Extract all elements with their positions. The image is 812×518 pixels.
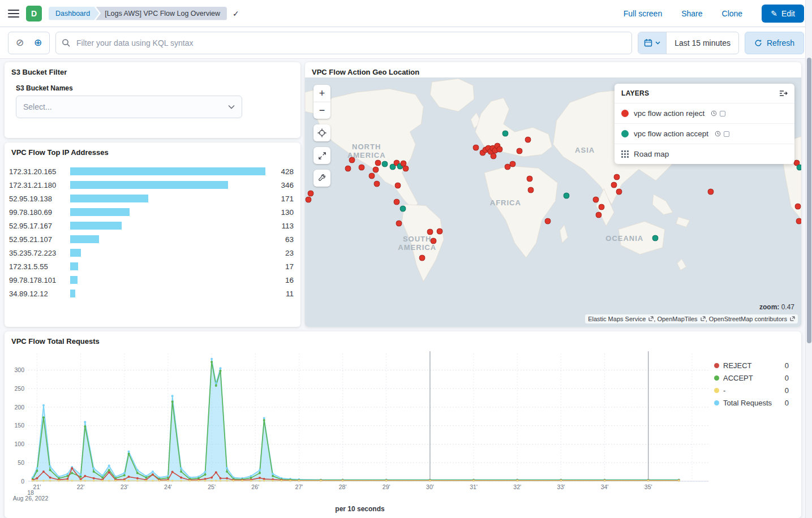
ip-bar-row[interactable]: 35.235.72.22323 bbox=[9, 246, 294, 260]
geo-point-reject[interactable] bbox=[403, 165, 409, 171]
geo-point-reject[interactable] bbox=[431, 238, 437, 244]
geo-point-reject[interactable] bbox=[796, 218, 801, 225]
expand-map-button[interactable] bbox=[313, 147, 330, 164]
refresh-icon bbox=[754, 39, 762, 47]
geo-point-reject[interactable] bbox=[598, 204, 604, 210]
share-link[interactable]: Share bbox=[681, 9, 702, 18]
legend-item[interactable]: -0 bbox=[714, 384, 789, 396]
geo-point-reject[interactable] bbox=[307, 190, 313, 196]
zoom-out-button[interactable]: − bbox=[313, 102, 330, 119]
collapse-layers-icon[interactable] bbox=[779, 90, 788, 97]
geo-point-reject[interactable] bbox=[527, 175, 533, 182]
ip-bar-row[interactable]: 52.95.19.138171 bbox=[9, 192, 294, 205]
layer-checkbox[interactable] bbox=[724, 131, 729, 137]
breadcrumb-dashboard[interactable]: Dashboard bbox=[49, 7, 99, 20]
geo-point-reject[interactable] bbox=[794, 204, 801, 210]
total-requests-chart[interactable]: 05010015020025030021'22'23'24'25'26'27'2… bbox=[9, 349, 711, 502]
geo-point-reject[interactable] bbox=[616, 188, 622, 195]
geo-point-reject[interactable] bbox=[528, 187, 534, 193]
layer-row[interactable]: vpc flow action reject bbox=[615, 103, 794, 124]
kql-search-box[interactable] bbox=[55, 32, 632, 54]
full-screen-link[interactable]: Full screen bbox=[624, 9, 662, 18]
clone-link[interactable]: Clone bbox=[722, 9, 743, 18]
ip-bar-row[interactable]: 99.78.178.10116 bbox=[9, 273, 294, 287]
geo-point-reject[interactable] bbox=[592, 196, 599, 202]
add-filter-icon[interactable]: ⊕ bbox=[29, 34, 47, 52]
geo-point-reject[interactable] bbox=[509, 161, 515, 167]
menu-hamburger-icon[interactable] bbox=[8, 10, 19, 18]
geo-point-reject[interactable] bbox=[369, 173, 375, 179]
geo-point-accept[interactable] bbox=[564, 192, 570, 198]
ip-bar[interactable] bbox=[70, 208, 130, 216]
ip-bar[interactable] bbox=[70, 195, 148, 202]
scrollbar-thumb[interactable] bbox=[807, 58, 811, 343]
geo-point-reject[interactable] bbox=[358, 165, 364, 171]
world-map[interactable]: NORTH AMERICASOUTH AMERICAAFRICAASIAOCEA… bbox=[305, 77, 801, 327]
ip-bar[interactable] bbox=[70, 181, 228, 189]
s3-bucket-select[interactable]: Select... bbox=[16, 96, 242, 118]
ip-bar-row[interactable]: 52.95.21.10763 bbox=[9, 232, 294, 246]
geo-point-reject[interactable] bbox=[613, 174, 620, 180]
map-tools-button[interactable] bbox=[313, 170, 330, 187]
kql-search-input[interactable] bbox=[75, 38, 626, 48]
geo-point-reject[interactable] bbox=[596, 212, 602, 218]
geo-point-reject[interactable] bbox=[436, 228, 442, 234]
ip-bar-row[interactable]: 172.31.5.5517 bbox=[9, 260, 294, 273]
ip-bar[interactable] bbox=[70, 290, 75, 297]
layer-checkbox[interactable] bbox=[720, 111, 725, 116]
geo-point-reject[interactable] bbox=[525, 137, 531, 143]
geo-point-reject[interactable] bbox=[708, 189, 714, 195]
ip-bar[interactable] bbox=[70, 276, 78, 284]
ip-bar-row[interactable]: 34.89.12.1211 bbox=[9, 287, 294, 300]
ip-bar[interactable] bbox=[70, 262, 78, 270]
geo-point-accept[interactable] bbox=[502, 131, 509, 137]
legend-item[interactable]: REJECT0 bbox=[714, 359, 789, 372]
geo-point-accept[interactable] bbox=[652, 235, 659, 241]
refresh-button[interactable]: Refresh bbox=[745, 32, 804, 54]
ip-bar[interactable] bbox=[70, 222, 122, 230]
geo-point-reject[interactable] bbox=[345, 165, 351, 171]
geo-point-reject[interactable] bbox=[394, 182, 401, 188]
map-zoom-indicator: zoom: 0.47 bbox=[759, 303, 794, 311]
ip-bar-row[interactable]: 172.31.21.180346 bbox=[9, 178, 294, 192]
geo-point-reject[interactable] bbox=[306, 196, 312, 202]
ip-bar[interactable] bbox=[70, 235, 99, 243]
geo-point-reject[interactable] bbox=[544, 218, 551, 225]
geo-point-reject[interactable] bbox=[349, 157, 355, 163]
geo-point-reject[interactable] bbox=[394, 198, 400, 205]
layer-row[interactable]: vpc flow action accept bbox=[615, 124, 794, 144]
geo-point-reject[interactable] bbox=[427, 228, 433, 235]
legend-item[interactable]: Total Requests0 bbox=[714, 396, 789, 409]
time-range-button[interactable]: Last 15 minutes bbox=[667, 32, 738, 54]
legend-item[interactable]: ACCEPT0 bbox=[714, 372, 789, 384]
attribution-link[interactable]: OpenMapTiles bbox=[657, 316, 705, 322]
attribution-link[interactable]: Elastic Maps Service bbox=[588, 316, 654, 322]
ip-bar-row[interactable]: 99.78.180.69130 bbox=[9, 205, 294, 219]
geo-point-accept[interactable] bbox=[797, 165, 801, 171]
geo-point-reject[interactable] bbox=[491, 153, 497, 159]
ip-bar[interactable] bbox=[70, 249, 81, 257]
attribution-link[interactable]: OpenStreetMap contributors bbox=[709, 316, 795, 322]
geo-point-reject[interactable] bbox=[396, 221, 402, 227]
set-view-crosshair-button[interactable] bbox=[313, 124, 330, 141]
geo-point-accept[interactable] bbox=[399, 206, 406, 212]
space-avatar[interactable]: D bbox=[26, 6, 42, 21]
geo-point-reject[interactable] bbox=[375, 160, 381, 166]
edit-button[interactable]: ✎ Edit bbox=[762, 5, 804, 23]
geo-point-accept[interactable] bbox=[382, 161, 388, 167]
ip-bar-row[interactable]: 52.95.17.167113 bbox=[9, 219, 294, 232]
geo-point-reject[interactable] bbox=[419, 254, 425, 261]
layer-row[interactable]: Road map bbox=[615, 144, 794, 164]
geo-point-reject[interactable] bbox=[472, 145, 479, 151]
ip-bar[interactable] bbox=[70, 167, 265, 175]
geo-point-reject[interactable] bbox=[373, 167, 379, 173]
geo-point-reject[interactable] bbox=[611, 182, 617, 188]
page-scrollbar[interactable] bbox=[805, 0, 812, 518]
disable-filters-icon[interactable]: ⊘ bbox=[11, 34, 29, 52]
calendar-button[interactable] bbox=[638, 32, 667, 54]
geo-point-reject[interactable] bbox=[374, 181, 380, 187]
geo-point-reject[interactable] bbox=[516, 148, 522, 154]
geo-point-reject[interactable] bbox=[496, 146, 502, 153]
ip-bar-row[interactable]: 172.31.20.165428 bbox=[9, 165, 294, 178]
zoom-in-button[interactable]: + bbox=[313, 85, 330, 102]
